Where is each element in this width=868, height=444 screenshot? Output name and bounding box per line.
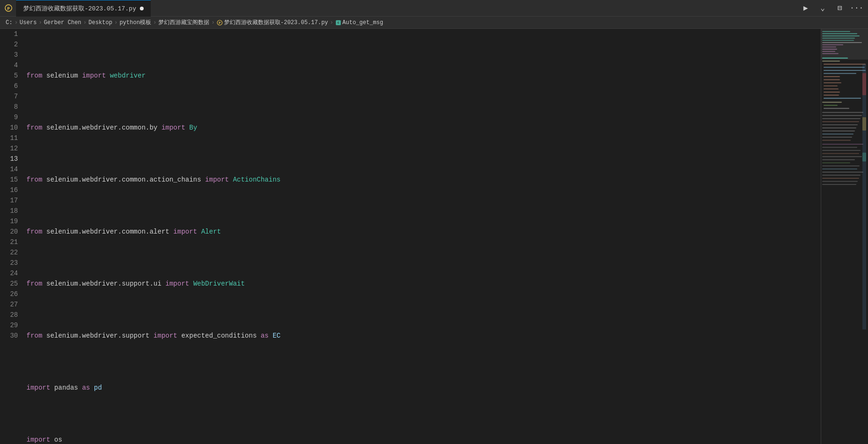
split-editor-button[interactable]: ⊟ bbox=[833, 1, 846, 15]
code-scroll[interactable]: 1 2 3 4 5 6 7 8 9 10 11 12 13 14 15 16 1… bbox=[0, 29, 821, 444]
code-line-6: from selenium.webdriver.support import e… bbox=[26, 331, 821, 341]
file-tab[interactable]: 梦幻西游收藏数据获取-2023.05.17.py bbox=[16, 0, 151, 17]
svg-rect-34 bbox=[822, 112, 863, 113]
svg-rect-50 bbox=[822, 162, 850, 163]
editor-container: 1 2 3 4 5 6 7 8 9 10 11 12 13 14 15 16 1… bbox=[0, 29, 868, 444]
svg-rect-47 bbox=[822, 153, 859, 154]
svg-rect-40 bbox=[822, 131, 855, 131]
breadcrumb-python[interactable]: python模板 bbox=[120, 18, 151, 26]
svg-rect-27 bbox=[824, 88, 839, 89]
svg-rect-21 bbox=[824, 70, 866, 71]
svg-rect-30 bbox=[824, 98, 861, 99]
svg-rect-58 bbox=[862, 64, 866, 330]
svg-rect-24 bbox=[824, 79, 840, 80]
more-actions-button[interactable]: ··· bbox=[850, 1, 863, 15]
svg-rect-32 bbox=[824, 105, 838, 106]
svg-rect-36 bbox=[822, 118, 860, 119]
svg-rect-59 bbox=[862, 73, 866, 96]
breadcrumb-cbg[interactable]: 梦幻西游藏宝阁数据 bbox=[158, 18, 209, 26]
svg-rect-44 bbox=[822, 144, 863, 145]
code-line-3: from selenium.webdriver.common.action_ch… bbox=[26, 174, 821, 185]
breadcrumb: C: › Users › Gerber Chen › Desktop › pyt… bbox=[0, 17, 868, 29]
svg-rect-45 bbox=[822, 147, 857, 148]
code-line-4: from selenium.webdriver.common.alert imp… bbox=[26, 226, 821, 237]
code-line-5: from selenium.webdriver.support.ui impor… bbox=[26, 279, 821, 289]
svg-rect-18 bbox=[822, 61, 840, 61]
run-dropdown-button[interactable]: ⌄ bbox=[816, 1, 829, 15]
svg-rect-46 bbox=[822, 150, 860, 151]
svg-rect-39 bbox=[822, 128, 856, 129]
svg-rect-61 bbox=[862, 153, 866, 162]
svg-rect-35 bbox=[822, 115, 862, 116]
code-area: 1 2 3 4 5 6 7 8 9 10 11 12 13 14 15 16 1… bbox=[0, 29, 821, 444]
breadcrumb-users[interactable]: Users bbox=[20, 19, 37, 26]
svg-rect-19 bbox=[824, 64, 866, 65]
svg-rect-23 bbox=[824, 76, 840, 77]
svg-rect-37 bbox=[822, 121, 859, 122]
svg-text:P: P bbox=[218, 21, 220, 25]
svg-rect-54 bbox=[822, 175, 860, 176]
minimap-canvas bbox=[821, 29, 868, 444]
breadcrumb-gerber[interactable]: Gerber Chen bbox=[44, 19, 81, 26]
code-line-8: import os bbox=[26, 435, 821, 444]
minimap-svg bbox=[821, 29, 868, 444]
svg-rect-28 bbox=[824, 92, 840, 93]
svg-rect-43 bbox=[822, 140, 851, 141]
svg-rect-53 bbox=[822, 172, 863, 173]
breadcrumb-filename[interactable]: 梦幻西游收藏数据获取-2023.05.17.py bbox=[224, 18, 328, 26]
svg-text:P: P bbox=[7, 7, 10, 11]
svg-rect-51 bbox=[822, 165, 859, 166]
svg-rect-33 bbox=[824, 108, 849, 109]
title-bar: P 梦幻西游收藏数据获取-2023.05.17.py ▶ ⌄ ⊟ ··· bbox=[0, 0, 868, 17]
svg-rect-48 bbox=[822, 156, 862, 157]
line-numbers: 1 2 3 4 5 6 7 8 9 10 11 12 13 14 15 16 1… bbox=[0, 29, 24, 444]
svg-rect-31 bbox=[822, 102, 842, 103]
svg-rect-38 bbox=[822, 124, 858, 125]
tab-modified-dot bbox=[140, 7, 144, 10]
svg-rect-55 bbox=[822, 178, 859, 179]
svg-rect-29 bbox=[824, 95, 839, 96]
svg-rect-56 bbox=[822, 181, 858, 182]
breadcrumb-c[interactable]: C: bbox=[6, 19, 12, 26]
title-bar-actions: ▶ ⌄ ⊟ ··· bbox=[799, 1, 863, 15]
svg-rect-60 bbox=[862, 117, 866, 131]
svg-rect-57 bbox=[822, 184, 856, 185]
code-lines[interactable]: from selenium import webdriver from sele… bbox=[24, 29, 821, 444]
code-line-7: import pandas as pd bbox=[26, 383, 821, 393]
svg-rect-49 bbox=[822, 159, 855, 160]
breadcrumb-class[interactable]: Auto_get_msg bbox=[343, 19, 383, 26]
svg-rect-22 bbox=[824, 73, 856, 74]
svg-text:C: C bbox=[337, 21, 339, 25]
svg-rect-52 bbox=[822, 168, 857, 169]
code-line-1: from selenium import webdriver bbox=[26, 70, 821, 81]
svg-rect-41 bbox=[822, 134, 853, 135]
file-icon: P bbox=[5, 4, 12, 12]
svg-rect-26 bbox=[824, 86, 838, 87]
svg-rect-25 bbox=[824, 82, 842, 83]
svg-rect-20 bbox=[824, 67, 865, 68]
minimap-highlight bbox=[821, 29, 868, 60]
code-line-2: from selenium.webdriver.common.by import… bbox=[26, 122, 821, 133]
tab-title: 梦幻西游收藏数据获取-2023.05.17.py bbox=[23, 4, 136, 13]
run-button[interactable]: ▶ bbox=[799, 1, 812, 15]
breadcrumb-desktop[interactable]: Desktop bbox=[88, 19, 112, 26]
svg-rect-42 bbox=[822, 137, 852, 138]
minimap[interactable] bbox=[821, 29, 868, 444]
